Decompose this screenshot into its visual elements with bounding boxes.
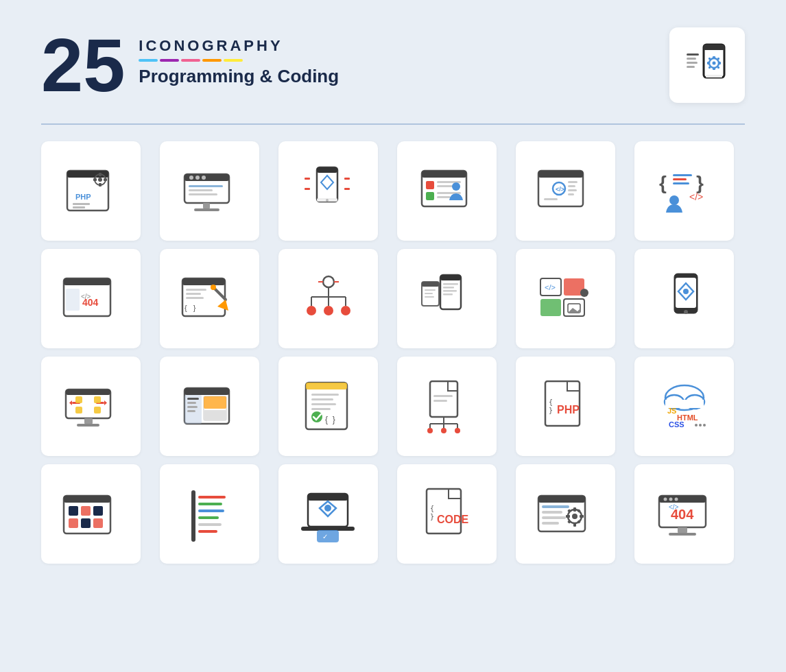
svg-rect-107	[425, 296, 434, 298]
divider	[41, 123, 745, 125]
svg-point-30	[189, 176, 193, 180]
svg-rect-129	[75, 396, 82, 403]
icon-diamond-laptop: ✓	[278, 464, 378, 564]
svg-rect-61	[568, 185, 575, 187]
svg-rect-64	[544, 198, 558, 200]
svg-rect-141	[204, 396, 226, 409]
svg-rect-34	[189, 189, 213, 191]
svg-rect-142	[204, 410, 226, 420]
svg-rect-101	[443, 290, 457, 292]
svg-rect-11	[717, 67, 719, 69]
svg-text:}: }	[430, 513, 434, 520]
svg-rect-179	[81, 506, 91, 516]
svg-rect-213	[580, 515, 584, 518]
svg-text:{  }: { }	[325, 415, 335, 424]
svg-point-3	[713, 62, 716, 65]
svg-rect-204	[542, 505, 569, 508]
svg-point-222	[674, 497, 678, 501]
svg-text:}: }	[549, 407, 553, 414]
svg-rect-12	[706, 75, 722, 77]
svg-rect-13	[687, 53, 699, 56]
svg-point-113	[580, 289, 588, 297]
svg-point-159	[427, 428, 433, 433]
svg-rect-203	[538, 496, 585, 503]
svg-point-220	[663, 497, 667, 501]
svg-point-41	[326, 199, 329, 202]
svg-rect-124	[77, 424, 99, 427]
icon-browser-monitor	[160, 141, 259, 241]
svg-point-209	[572, 514, 577, 519]
svg-rect-212	[566, 515, 570, 518]
icon-checklist-page: { }	[278, 357, 378, 456]
svg-rect-98	[440, 275, 461, 280]
svg-rect-45	[344, 178, 350, 180]
svg-rect-106	[425, 293, 433, 294]
icon-mobile-diamond	[634, 249, 734, 348]
header-icon-box	[669, 27, 745, 103]
svg-point-174	[699, 424, 702, 427]
svg-rect-57	[538, 171, 583, 178]
svg-point-93	[324, 306, 333, 315]
svg-marker-84	[217, 300, 228, 311]
svg-point-160	[441, 428, 446, 433]
svg-rect-153	[433, 400, 447, 402]
svg-rect-226	[669, 533, 696, 536]
svg-marker-126	[69, 400, 72, 405]
svg-rect-180	[93, 506, 103, 516]
svg-point-161	[455, 428, 460, 433]
svg-rect-178	[69, 506, 78, 516]
svg-text:</>: </>	[81, 293, 91, 300]
svg-rect-6	[707, 62, 710, 64]
svg-rect-25	[99, 183, 102, 187]
svg-rect-147	[311, 403, 336, 405]
svg-rect-196	[317, 530, 339, 542]
svg-rect-144	[306, 383, 347, 389]
svg-text:}: }	[696, 172, 704, 193]
svg-rect-51	[437, 185, 454, 187]
svg-rect-33	[189, 185, 223, 187]
svg-rect-1	[704, 45, 724, 50]
icon-user-interface	[397, 141, 497, 241]
svg-point-173	[695, 424, 698, 427]
svg-point-70	[669, 195, 679, 205]
svg-point-94	[341, 306, 350, 315]
svg-rect-123	[84, 418, 93, 424]
svg-text:</>: </>	[689, 191, 703, 202]
svg-rect-26	[93, 178, 97, 181]
svg-rect-81	[186, 297, 204, 299]
svg-rect-185	[198, 496, 226, 499]
svg-text:{: {	[430, 505, 434, 512]
svg-rect-44	[305, 188, 310, 190]
svg-rect-8	[708, 58, 711, 60]
svg-rect-46	[344, 188, 350, 190]
svg-rect-184	[191, 490, 195, 542]
svg-rect-79	[186, 289, 206, 291]
svg-rect-21	[73, 206, 85, 208]
svg-rect-145	[311, 394, 339, 396]
svg-rect-99	[443, 283, 458, 285]
svg-rect-14	[687, 58, 696, 60]
header-text: ICONOGRAPHY Programming & Coding	[139, 27, 339, 87]
svg-rect-188	[198, 516, 219, 519]
iconography-label: ICONOGRAPHY	[139, 37, 339, 55]
svg-point-31	[195, 176, 200, 180]
svg-rect-214	[567, 509, 571, 513]
svg-rect-15	[687, 62, 698, 64]
svg-rect-43	[305, 178, 310, 180]
svg-rect-39	[317, 167, 337, 173]
svg-rect-130	[94, 396, 101, 403]
svg-rect-137	[187, 402, 196, 404]
svg-rect-152	[433, 395, 453, 397]
svg-rect-215	[567, 520, 571, 524]
svg-rect-138	[187, 406, 198, 408]
svg-rect-205	[542, 511, 562, 514]
svg-rect-225	[678, 527, 687, 533]
svg-text:JS: JS	[667, 407, 676, 415]
svg-point-92	[307, 306, 316, 315]
icon-network-hierarchy	[278, 249, 378, 348]
svg-text:CODE: CODE	[437, 514, 469, 525]
svg-rect-151	[430, 381, 457, 417]
svg-rect-48	[422, 171, 466, 178]
svg-rect-186	[198, 503, 222, 505]
svg-rect-80	[186, 293, 201, 295]
